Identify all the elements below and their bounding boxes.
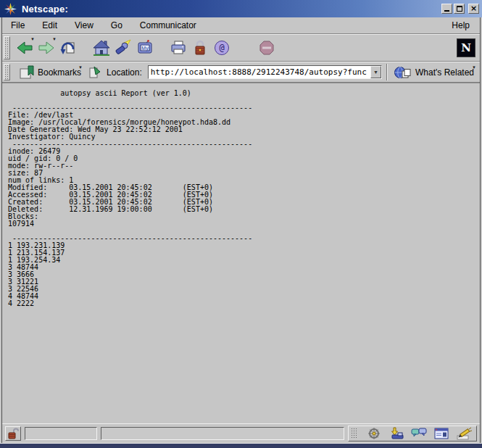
stop-icon bbox=[258, 39, 275, 57]
whats-related-label: What's Related bbox=[415, 67, 474, 78]
svg-text:@: @ bbox=[219, 43, 224, 53]
netscape-window: Netscape: × File Edit View Go Communicat… bbox=[0, 0, 482, 448]
open-lock-icon bbox=[7, 428, 19, 439]
menu-bar: File Edit View Go Communicator Help bbox=[2, 17, 480, 34]
url-box: ▼ bbox=[148, 65, 382, 79]
netscape-logo-throbber[interactable]: N bbox=[457, 38, 475, 57]
print-icon bbox=[170, 39, 187, 57]
menu-go[interactable]: Go bbox=[111, 20, 122, 30]
back-dropdown-caret: ▼ bbox=[30, 37, 35, 41]
security-button[interactable] bbox=[189, 36, 211, 59]
reload-icon bbox=[59, 39, 77, 57]
toolbar-separator bbox=[386, 64, 388, 80]
stop-button[interactable] bbox=[256, 36, 278, 59]
component-bar-grip[interactable] bbox=[351, 428, 358, 439]
browser-content-area: autopsy ascii Report (ver 1.0) ---------… bbox=[2, 83, 480, 423]
bookmarks-icon bbox=[19, 65, 35, 80]
whats-related-dropdown-caret: ▼ bbox=[472, 65, 476, 70]
window-inner: File Edit View Go Communicator Help ▼ ▼ bbox=[1, 17, 481, 443]
location-proxy-button[interactable] bbox=[86, 65, 104, 80]
search-icon bbox=[115, 39, 132, 57]
close-button[interactable]: × bbox=[468, 4, 479, 14]
composer-button[interactable] bbox=[456, 427, 472, 440]
my-netscape-icon: My bbox=[136, 39, 154, 57]
forward-dropdown-caret: ▼ bbox=[52, 37, 57, 41]
ship-wheel-icon bbox=[367, 427, 381, 440]
menu-view[interactable]: View bbox=[75, 20, 94, 30]
search-button[interactable] bbox=[112, 36, 134, 59]
location-dropdown-button[interactable]: ▼ bbox=[370, 66, 381, 78]
location-toolbar-grip[interactable] bbox=[4, 64, 10, 80]
component-bar bbox=[348, 426, 477, 441]
bookmarks-dropdown-caret: ▼ bbox=[78, 65, 83, 70]
maximize-icon bbox=[457, 6, 462, 12]
shop-button[interactable]: @ bbox=[211, 36, 233, 59]
mailbox-button[interactable] bbox=[388, 427, 404, 440]
chevron-down-icon: ▼ bbox=[373, 70, 378, 75]
title-bar[interactable]: Netscape: × bbox=[0, 0, 482, 17]
address-book-button[interactable] bbox=[433, 427, 449, 440]
autopsy-report-text: autopsy ascii Report (ver 1.0) ---------… bbox=[8, 90, 480, 307]
mailbox-icon bbox=[388, 427, 404, 440]
whats-related-button[interactable]: ▼ What's Related bbox=[392, 65, 477, 80]
menu-help[interactable]: Help bbox=[452, 20, 470, 30]
security-lock-icon bbox=[192, 39, 208, 57]
window-bottom-frame bbox=[0, 443, 482, 448]
svg-text:My: My bbox=[141, 46, 149, 51]
toolbar-grip[interactable] bbox=[4, 36, 10, 59]
menu-file[interactable]: File bbox=[11, 20, 25, 30]
back-icon bbox=[15, 39, 34, 57]
speech-bubbles-icon bbox=[411, 427, 427, 440]
forward-icon bbox=[37, 39, 56, 57]
address-book-icon bbox=[433, 427, 449, 440]
status-bar bbox=[2, 423, 480, 443]
progress-panel bbox=[25, 427, 97, 440]
netscape-app-icon bbox=[4, 3, 17, 15]
whats-related-globe-icon bbox=[394, 65, 412, 80]
bookmarks-label: Bookmarks bbox=[38, 67, 81, 78]
maximize-button[interactable] bbox=[454, 4, 465, 14]
minimize-button[interactable] bbox=[441, 4, 452, 14]
window-title: Netscape: bbox=[22, 4, 68, 14]
location-input[interactable] bbox=[149, 66, 370, 78]
window-frame: File Edit View Go Communicator Help ▼ ▼ bbox=[0, 17, 482, 443]
menu-communicator[interactable]: Communicator bbox=[140, 20, 196, 30]
composer-pen-icon bbox=[456, 427, 472, 440]
location-proxy-icon bbox=[88, 65, 101, 80]
home-button[interactable] bbox=[91, 36, 112, 59]
bookmarks-button[interactable]: ▼ Bookmarks bbox=[17, 65, 83, 80]
discussions-button[interactable] bbox=[411, 427, 427, 440]
back-button[interactable]: ▼ bbox=[14, 36, 36, 59]
location-toolbar: ▼ Bookmarks Location: ▼ bbox=[2, 62, 480, 83]
location-label: Location: bbox=[107, 67, 142, 78]
status-message-panel bbox=[101, 427, 344, 440]
my-netscape-button[interactable]: My bbox=[134, 36, 156, 59]
home-icon bbox=[93, 39, 110, 57]
navigator-button[interactable] bbox=[366, 427, 382, 440]
print-button[interactable] bbox=[167, 36, 189, 59]
reload-button[interactable] bbox=[57, 36, 79, 59]
menu-edit[interactable]: Edit bbox=[42, 20, 57, 30]
shop-icon: @ bbox=[213, 39, 230, 57]
close-icon: × bbox=[470, 5, 477, 12]
navigation-toolbar: ▼ ▼ bbox=[2, 34, 480, 62]
minimize-icon bbox=[444, 10, 449, 12]
forward-button[interactable]: ▼ bbox=[36, 36, 57, 59]
security-status-button[interactable] bbox=[5, 426, 21, 441]
